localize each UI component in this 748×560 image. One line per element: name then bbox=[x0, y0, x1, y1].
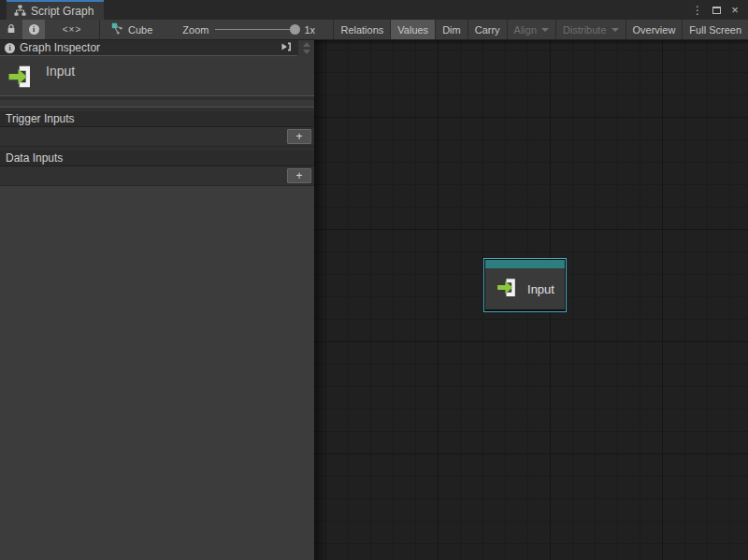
window-menu-icon[interactable]: ⋮ bbox=[690, 3, 705, 18]
code-icon: <×> bbox=[63, 24, 82, 35]
titlebar: Script Graph ⋮ × bbox=[0, 0, 748, 20]
unit-title: Input bbox=[46, 64, 75, 79]
distribute-dropdown[interactable]: Distribute bbox=[555, 20, 625, 39]
toolbar-shadow bbox=[314, 40, 748, 45]
content-area: i Graph Inspector bbox=[0, 40, 748, 560]
inspector-header: i Graph Inspector bbox=[0, 40, 297, 56]
lock-button[interactable] bbox=[0, 20, 22, 39]
inspector-title: Graph Inspector bbox=[20, 41, 276, 54]
edit-source-button[interactable]: <×> bbox=[45, 20, 99, 39]
window-controls: ⋮ × bbox=[690, 0, 748, 20]
close-icon[interactable]: × bbox=[727, 3, 742, 18]
toolbar-right-buttons: Relations Values Dim Carry Align Distrib… bbox=[333, 20, 748, 39]
trigger-inputs-header: Trigger Inputs bbox=[0, 111, 314, 127]
data-inputs-list: + bbox=[0, 166, 314, 186]
inspector-scroll-buttons bbox=[297, 40, 314, 56]
dock-sidebar-icon[interactable] bbox=[280, 41, 293, 55]
tab-label: Script Graph bbox=[31, 5, 94, 18]
align-label: Align bbox=[514, 24, 537, 36]
graph-owner-label: Cube bbox=[128, 24, 152, 36]
data-inputs-label: Data Inputs bbox=[6, 151, 63, 165]
scroll-down-icon[interactable] bbox=[303, 50, 310, 54]
zoom-slider-handle[interactable] bbox=[290, 24, 300, 35]
data-inputs-header: Data Inputs bbox=[0, 151, 314, 166]
info-icon: i bbox=[29, 24, 39, 35]
inspector-header-row: i Graph Inspector bbox=[0, 40, 314, 56]
input-unit-icon bbox=[7, 63, 35, 93]
chevron-down-icon bbox=[541, 28, 549, 32]
input-unit-icon bbox=[496, 276, 519, 302]
graph-owner-breadcrumb[interactable]: Cube bbox=[100, 20, 162, 39]
zoom-value: 1x bbox=[304, 24, 315, 36]
graph-toolbar: i <×> Cube Zoom 1x Relatio bbox=[0, 20, 748, 40]
graph-hierarchy-icon bbox=[14, 5, 26, 17]
graph-asset-icon bbox=[111, 22, 123, 36]
chevron-down-icon bbox=[611, 28, 619, 32]
zoom-label: Zoom bbox=[182, 24, 209, 36]
values-button[interactable]: Values bbox=[390, 20, 435, 39]
relations-button[interactable]: Relations bbox=[333, 20, 390, 39]
graph-inspector-panel: i Graph Inspector bbox=[0, 40, 314, 560]
node-title: Input bbox=[527, 282, 554, 296]
input-node-header[interactable] bbox=[485, 260, 565, 268]
distribute-label: Distribute bbox=[563, 24, 606, 36]
panel-shadow bbox=[314, 40, 326, 560]
tab-script-graph[interactable]: Script Graph bbox=[7, 0, 104, 20]
inspector-empty-space bbox=[0, 186, 314, 560]
lock-icon bbox=[6, 23, 17, 36]
zoom-control: Zoom 1x bbox=[162, 20, 323, 39]
graph-canvas[interactable]: Input bbox=[314, 40, 748, 560]
info-icon: i bbox=[5, 43, 15, 53]
selected-unit-card: Input bbox=[0, 56, 314, 96]
maximize-icon[interactable] bbox=[709, 3, 724, 18]
carry-button[interactable]: Carry bbox=[468, 20, 507, 39]
fullscreen-button[interactable]: Full Screen bbox=[682, 20, 748, 39]
overview-button[interactable]: Overview bbox=[626, 20, 683, 39]
dim-button[interactable]: Dim bbox=[435, 20, 468, 39]
trigger-inputs-label: Trigger Inputs bbox=[6, 112, 75, 125]
add-data-input-button[interactable]: + bbox=[287, 168, 311, 183]
inspector-toggle-button[interactable]: i bbox=[22, 20, 45, 39]
add-trigger-input-button[interactable]: + bbox=[287, 129, 311, 144]
input-node[interactable]: Input bbox=[483, 258, 567, 312]
scroll-up-icon[interactable] bbox=[303, 42, 310, 47]
trigger-inputs-list: + bbox=[0, 127, 314, 147]
unit-summary-bar bbox=[0, 100, 314, 108]
zoom-slider[interactable] bbox=[215, 29, 297, 30]
script-graph-window: Script Graph ⋮ × i <×> bbox=[0, 0, 748, 560]
align-dropdown[interactable]: Align bbox=[507, 20, 555, 39]
input-node-body[interactable]: Input bbox=[485, 268, 565, 309]
